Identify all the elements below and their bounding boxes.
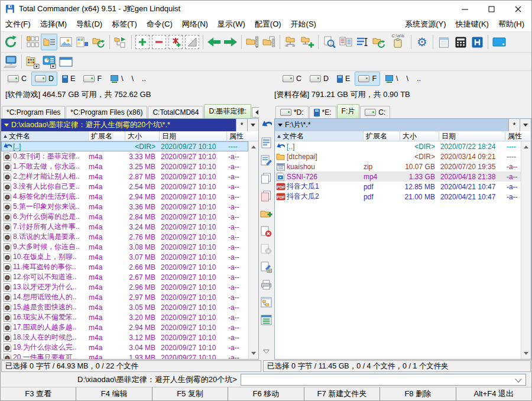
- refresh-button[interactable]: [2, 34, 19, 50]
- right-drive-button-F[interactable]: F: [355, 72, 380, 86]
- column-header-date[interactable]: 日期: [439, 131, 505, 141]
- menu-item-9[interactable]: 开始(S): [286, 19, 321, 30]
- menu-item-4[interactable]: 标签(T): [107, 19, 142, 30]
- command-line-input[interactable]: [241, 375, 516, 384]
- expand-down-button[interactable]: [260, 345, 273, 358]
- right-path-bar[interactable]: F:\片\*.*: [275, 119, 531, 131]
- scroll-down-icon[interactable]: [250, 350, 258, 357]
- print-button[interactable]: [260, 278, 273, 291]
- function-key-2[interactable]: F4 编辑: [76, 387, 152, 400]
- left-tab-1[interactable]: *C:Program Files: [2, 106, 65, 118]
- copy-button[interactable]: [260, 172, 273, 185]
- left-network-button[interactable]: \: [106, 72, 126, 86]
- unpack-button[interactable]: [261, 34, 277, 50]
- right-parent-button[interactable]: ..: [413, 72, 424, 86]
- file-row[interactable]: 15.越是贪图快速的..m4a3.05 MB2020/09/27 10:10-a…: [1, 302, 248, 312]
- file-row[interactable]: 5.第一印象对你来说..m4a3.36 MB2020/09/27 10:10-a…: [1, 202, 248, 212]
- menu-item-2[interactable]: 选择(M): [35, 19, 72, 30]
- select-pattern-button[interactable]: [168, 35, 183, 49]
- quick-view-button[interactable]: [74, 34, 90, 50]
- invert-selection-button[interactable]: [185, 35, 199, 49]
- file-row[interactable]: 19.为什么你这么完..m4a3.04 MB2020/09/27 10:10-a…: [1, 342, 248, 353]
- right-root-button[interactable]: \: [403, 72, 412, 86]
- file-row[interactable]: 14.想用诋毁他人的..m4a2.97 MB2020/09/27 10:10-a…: [1, 292, 248, 302]
- file-row[interactable]: SSNI-726mp41.33 GB2020/04/18 21:38-a--: [275, 172, 521, 182]
- pack-file-button[interactable]: [260, 242, 273, 256]
- delete-button[interactable]: [260, 225, 273, 238]
- left-drive-button-F[interactable]: F: [80, 72, 105, 86]
- desktop-button[interactable]: [491, 34, 507, 50]
- left-path-bar[interactable]: D:\xiaodao\墨菲定律：避开人生倒霉的20个坑\*.*: [1, 119, 258, 131]
- file-row[interactable]: kuaishouzip10.07 GB2020/07/20 19:35-a--: [275, 161, 521, 172]
- detail-view-button[interactable]: [41, 34, 57, 50]
- computer-button[interactable]: [2, 53, 19, 70]
- function-key-1[interactable]: F3 查看: [1, 387, 76, 400]
- file-row[interactable]: PDF抖音大瓜1pdf12.85 MB2020/04/21 10:47-a--: [275, 182, 521, 192]
- left-tab-4[interactable]: D:墨菲定律:: [204, 104, 251, 118]
- right-tab-3[interactable]: F:片: [337, 104, 360, 118]
- file-row[interactable]: 4.标签化的生活到底..m4a2.94 MB2020/09/27 10:10-a…: [1, 192, 248, 202]
- left-history-button[interactable]: [247, 119, 258, 131]
- left-scrollbar[interactable]: [248, 141, 258, 359]
- file-row[interactable]: 17.围观的人越多越..m4a2.94 MB2020/09/27 10:10-a…: [1, 322, 248, 332]
- minimize-button[interactable]: [452, 1, 478, 17]
- tree-panel-button[interactable]: [260, 296, 273, 309]
- select-minus-button[interactable]: [152, 35, 166, 49]
- scroll-up-icon[interactable]: [523, 143, 530, 151]
- brief-view-button[interactable]: [24, 34, 41, 50]
- file-row[interactable]: 20.一件事只要有可..m4a1.93 MB2020/09/27 10:10-a…: [1, 353, 248, 359]
- branch-view-button[interactable]: [112, 34, 129, 50]
- file-row[interactable]: 3.没有人比你自己更..m4a2.54 MB2020/09/27 10:10-a…: [1, 182, 248, 192]
- list-panel-button[interactable]: [260, 313, 273, 326]
- column-header-name[interactable]: 文件名: [275, 131, 364, 141]
- right-drive-button-C[interactable]: C: [279, 72, 305, 86]
- scroll-down-icon[interactable]: [523, 350, 530, 357]
- file-row[interactable]: 7.讨好所有人这件事..m4a3.24 MB2020/09/27 10:10-a…: [1, 222, 248, 232]
- calculator-button[interactable]: [452, 34, 469, 50]
- menu-item-7[interactable]: 显示(W): [213, 19, 250, 30]
- file-row[interactable]: 13.以牙还牙为什么..m4a2.96 MB2020/09/27 10:10-a…: [1, 282, 248, 292]
- left-root-button[interactable]: \: [128, 72, 137, 86]
- sync-dirs-button[interactable]: [371, 34, 387, 50]
- pack-button[interactable]: [244, 34, 261, 50]
- select-plus-button[interactable]: [135, 35, 150, 49]
- function-key-6[interactable]: F8 删除: [380, 387, 456, 400]
- menu-item-right-1[interactable]: 系统资源(Y): [400, 19, 450, 30]
- new-window-button[interactable]: [57, 53, 74, 70]
- notepad-button[interactable]: [436, 34, 452, 50]
- command-history-dropdown-icon[interactable]: [515, 376, 521, 382]
- right-history-button[interactable]: [520, 119, 531, 131]
- right-favorites-button[interactable]: [508, 119, 520, 131]
- column-header-name[interactable]: 文件名: [1, 131, 89, 141]
- right-drive-button-D[interactable]: D: [306, 72, 332, 86]
- menu-item-right-2[interactable]: 快捷键(K): [451, 19, 494, 30]
- function-key-3[interactable]: F5 复制: [153, 387, 228, 400]
- file-row[interactable]: 0.发刊词：墨菲定律..m4a3.33 MB2020/09/27 10:10-a…: [1, 151, 248, 161]
- maximize-button[interactable]: [478, 1, 505, 17]
- menu-item-right-3[interactable]: 帮助(H): [494, 19, 529, 30]
- help-button[interactable]: [469, 34, 485, 50]
- menu-item-3[interactable]: 导航(D): [72, 19, 107, 30]
- file-row[interactable]: 18.没人在的时候总..m4a3.12 MB2020/09/27 10:10-a…: [1, 332, 248, 342]
- apps-button[interactable]: [24, 53, 41, 70]
- function-key-4[interactable]: F6 移动: [228, 387, 304, 400]
- move-button[interactable]: [260, 189, 273, 202]
- menu-item-5[interactable]: 命令(C): [142, 19, 177, 30]
- file-row[interactable]: 1.不敢去做，你永远..m4a3.25 MB2020/09/27 10:10-a…: [1, 161, 248, 172]
- column-header-size[interactable]: 大小: [400, 131, 439, 141]
- file-row[interactable]: [..]<DIR>2020/07/22 18:24----: [275, 141, 521, 151]
- left-tab-2[interactable]: *C:Program Files (x86): [66, 106, 147, 118]
- thumbnails-button[interactable]: [57, 34, 74, 50]
- forward-button[interactable]: [222, 34, 239, 50]
- left-parent-button[interactable]: ..: [138, 72, 150, 86]
- file-row[interactable]: 11.掩耳盗铃的事你..m4a2.66 MB2020/09/27 10:10-a…: [1, 262, 248, 272]
- file-row[interactable]: 8.话说的太满是要承..m4a2.76 MB2020/09/27 10:10-a…: [1, 232, 248, 242]
- left-drive-button-D[interactable]: D: [31, 72, 57, 86]
- file-row[interactable]: [..]<DIR>2020/09/27 10:10----: [1, 141, 248, 151]
- scroll-up-icon[interactable]: [250, 143, 258, 151]
- left-tab-3[interactable]: C:TotalCMD64: [148, 106, 203, 118]
- right-tab-1[interactable]: *D:: [275, 106, 309, 118]
- right-scrollbar[interactable]: [521, 141, 531, 359]
- search-button[interactable]: [321, 34, 338, 50]
- net-add-button[interactable]: [299, 34, 316, 50]
